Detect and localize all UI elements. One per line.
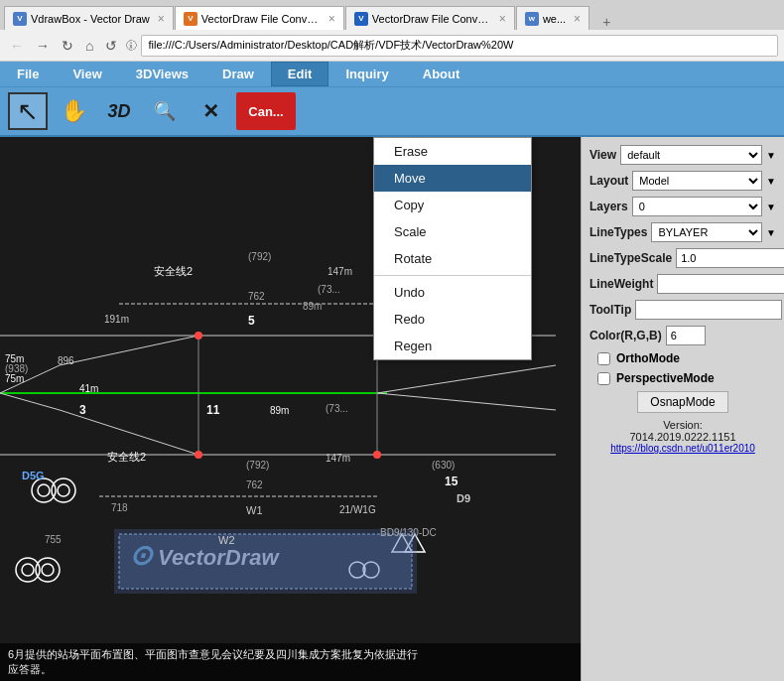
tab-bar: V VdrawBox - Vector Draw × V VectorDraw … [0,0,784,30]
perspectivemode-label: PerspectiveMode [616,371,715,385]
tab-close-1[interactable]: × [158,12,165,26]
bottom-text-line1: 6月提供的站场平面布置图、平面图市查意见会议纪要及四川集成方案批复为依据进行 [8,647,573,662]
color-input[interactable] [666,326,706,345]
linetypes-row: LineTypes BYLAYER CONTINUOUS DASHED ▼ [589,222,776,242]
menu-regen[interactable]: Regen [374,333,531,359]
security-icon: 🛈 [125,39,137,53]
orthomode-checkbox[interactable] [597,352,610,365]
color-label: Color(R,G,B) [589,329,662,342]
cad-canvas[interactable]: 安全线2 (792) 147m 762 (73... 89m 191m 5 75… [0,137,581,681]
menu-erase[interactable]: Erase [374,138,531,165]
forward-button[interactable]: → [32,36,54,56]
cad-label-15: 15 [445,475,457,488]
back-button[interactable]: ← [6,36,28,56]
cad-label-75m-2: 75m [5,373,24,384]
cad-label-762-bot: 762 [246,479,263,490]
menu-redo[interactable]: Redo [374,306,531,333]
lineweight-label: LineWeight [589,277,653,291]
tab-4[interactable]: w we... × [516,6,589,30]
cad-label-anquanxian2-bot: 安全线2 [107,450,146,465]
menu-draw[interactable]: Draw [205,62,271,86]
tab-label-3: VectorDraw File Converter v7... [372,13,491,25]
version-section: Version: 7014.2019.0222.1151 https://blo… [589,419,776,454]
tab-close-3[interactable]: × [499,12,506,26]
cad-label-792-bot: (792) [246,460,269,471]
lineweight-input[interactable] [657,274,784,294]
menu-3dviews[interactable]: 3DViews [119,62,205,86]
menu-move[interactable]: Move [374,165,531,192]
tab-icon-1: V [13,12,27,26]
view-select[interactable]: default top front [620,145,762,165]
menu-file[interactable]: File [0,62,56,86]
close-tool-button[interactable]: ✕ [191,92,230,130]
menu-about[interactable]: About [406,62,477,86]
main-area: 安全线2 (792) 147m 762 (73... 89m 191m 5 75… [0,137,784,681]
cad-label-d9: D9 [457,492,470,504]
osnap-button[interactable]: OsnapMode [637,391,727,413]
bottom-text-area: 6月提供的站场平面布置图、平面图市查意见会议纪要及四川集成方案批复为依据进行 应… [0,643,581,681]
linetypescale-input[interactable] [676,248,784,268]
view-row: View default top front ▼ [589,145,776,165]
pan-tool-button[interactable]: ✋ [54,92,93,130]
3d-view-button[interactable]: 3D [99,92,139,130]
new-tab-button[interactable]: + [594,14,618,30]
perspectivemode-checkbox[interactable] [597,372,610,385]
view-dropdown-icon: ▼ [766,150,776,161]
bottom-text-line2: 应答器。 [8,662,573,677]
menu-copy[interactable]: Copy [374,192,531,218]
cad-label-89m-mid: 89m [270,405,289,416]
address-bar: ← → ↻ ⌂ ↺ 🛈 [0,30,784,62]
tooltip-input[interactable] [635,300,782,320]
zoom-button[interactable]: 🔍 [145,92,185,130]
app-menubar: File View 3DViews Draw Edit Inquiry Abou… [0,62,784,87]
menu-inquiry[interactable]: Inquiry [328,62,405,86]
address-input[interactable] [141,35,778,57]
tab-label-4: we... [543,13,566,25]
menu-edit[interactable]: Edit [271,62,329,86]
linetypes-dropdown-icon: ▼ [766,227,776,238]
edit-dropdown-menu: Erase Move Copy Scale Rotate Undo Redo R… [373,137,532,360]
version-link[interactable]: https://blog.csdn.net/u011er2010 [589,443,776,454]
tab-close-2[interactable]: × [328,12,335,26]
tab-3[interactable]: V VectorDraw File Converter v7... × [345,6,515,30]
cad-label-73-mid: (73... [326,403,348,414]
cad-label-anquanxian2-top: 安全线2 [154,264,193,279]
browser-chrome: V VdrawBox - Vector Draw × V VectorDraw … [0,0,784,62]
tab-icon-2: V [184,12,197,26]
refresh-button[interactable]: ↻ [58,36,77,56]
linetypes-select[interactable]: BYLAYER CONTINUOUS DASHED [651,222,762,242]
cad-label-41m: 41m [79,383,98,394]
cad-label-3: 3 [79,403,86,417]
layers-select[interactable]: 0 1 [632,197,762,216]
layout-label: Layout [589,174,628,188]
svg-point-16 [195,451,202,459]
tooltip-label: ToolTip [589,303,631,317]
menu-undo[interactable]: Undo [374,279,531,306]
perspectivemode-row: PerspectiveMode [589,371,776,385]
tab-2[interactable]: V VectorDraw File Converter v7... × [175,6,344,30]
tab-close-4[interactable]: × [574,12,581,26]
cad-label-191m: 191m [104,314,129,325]
layout-row: Layout Model Layout1 ▼ [589,171,776,191]
vectordraw-watermark: ⊙ VectorDraw [129,539,279,572]
home-button[interactable]: ⌂ [81,36,97,56]
layout-dropdown-icon: ▼ [766,176,776,187]
cad-label-755: 755 [45,534,62,545]
view-label: View [589,148,616,162]
canon-button[interactable]: Can... [236,92,296,130]
cad-label-w1: W1 [246,504,263,516]
menu-rotate[interactable]: Rotate [374,245,531,272]
history-button[interactable]: ↺ [101,36,121,56]
cad-label-73-top: (73... [318,284,340,295]
lineweight-row: LineWeight [589,274,776,294]
cad-label-5: 5 [248,314,255,328]
menu-scale[interactable]: Scale [374,218,531,245]
menu-separator [374,275,531,276]
color-row: Color(R,G,B) [589,326,776,345]
tab-1[interactable]: V VdrawBox - Vector Draw × [4,6,174,30]
select-tool-button[interactable]: ↖ [8,92,48,130]
menu-view[interactable]: View [56,62,118,86]
layout-select[interactable]: Model Layout1 [632,171,762,191]
cad-label-21w1g: 21/W1G [339,504,376,515]
toolbar: ↖ ✋ 3D 🔍 ✕ Can... [0,87,784,137]
